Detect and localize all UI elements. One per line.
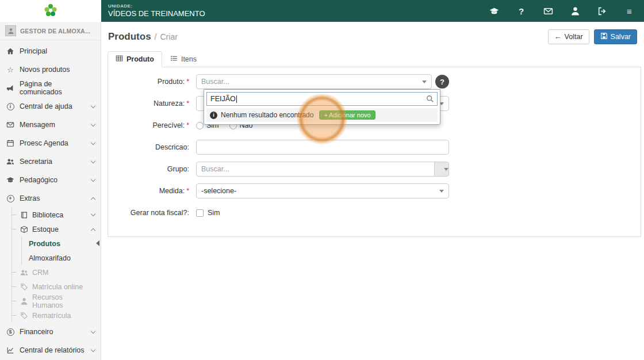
training-videos-icon[interactable] [489,6,500,17]
sidebar-item-biblioteca[interactable]: Biblioteca [12,208,101,222]
messages-icon[interactable] [543,6,554,17]
sidebar-item-label: Principal [20,47,47,55]
add-new-label: Adicionar novo [329,112,371,118]
menu-icon[interactable]: ≡ [624,6,635,17]
breadcrumb-separator: / [155,32,157,41]
nota-fiscal-label: Gerar nota fiscal?: [108,209,196,217]
sidebar-item-label: Extras [20,194,40,202]
save-button-label: Salvar [611,33,631,41]
descricao-input[interactable] [196,140,449,155]
sidebar: GESTOR DE ALMOXA... Principal ☆ Novos pr… [0,22,101,360]
sidebar-item-label: Matrícula online [32,283,83,291]
sidebar-item-extras[interactable]: + Extras [0,189,101,208]
tree-tick [12,229,16,229]
sidebar-item-proesc-agenda[interactable]: Proesc Agenda [0,134,101,152]
chevron-up-icon [91,197,95,202]
chevron-down-icon [91,328,95,333]
descricao-row: Descricao: [108,140,641,155]
grupo-dropdown-button[interactable] [434,162,449,177]
sidebar-item-secretaria[interactable]: Secretaria [0,152,101,171]
dollar-icon: $ [6,328,15,336]
sidebar-item-central-ajuda[interactable]: i Central de ajuda [0,97,101,116]
produto-placeholder: Buscar... [201,78,229,86]
text-cursor [236,95,237,103]
descricao-label: Descricao: [108,143,196,151]
grupo-select[interactable]: Buscar... [196,162,435,177]
tab-itens[interactable]: Itens [162,51,205,67]
sidebar-item-almoxarifado[interactable]: Almoxarifado [22,251,101,265]
table-icon [116,55,123,64]
medida-select[interactable]: -selecione- [196,183,449,198]
back-button[interactable]: ← Voltar [548,29,589,44]
sidebar-item-label: Página de comunicados [20,80,95,96]
save-button[interactable]: Salvar [594,29,637,44]
sidebar-item-pedagogico[interactable]: Pedagógico [0,171,101,189]
unit-name: VÍDEOS DE TREINAMENTO [108,9,205,18]
sidebar-item-crm[interactable]: CRM [12,265,101,279]
medida-field: -selecione- [196,183,449,198]
sidebar-user[interactable]: GESTOR DE ALMOXA... [0,22,101,40]
unit-block: UNIDADE: VÍDEOS DE TREINAMENTO [108,3,205,18]
sidebar-item-central-relatorios[interactable]: Central de relatórios [0,341,101,359]
tab-label: Itens [181,55,197,63]
required-mark: * [186,99,189,108]
chart-icon [6,346,15,354]
app-logo[interactable] [0,0,101,22]
sidebar-item-recursos-humanos[interactable]: Recursos Humanos [12,294,101,308]
sidebar-item-label: Proesc Agenda [20,139,68,147]
sidebar-item-financeiro[interactable]: $ Financeiro [0,323,101,341]
graduation-cap-icon [6,176,15,184]
info-icon: i [6,103,15,110]
search-icon [426,95,434,105]
sidebar-item-produtos[interactable]: Produtos [22,236,101,251]
sidebar-item-label: Almoxarifado [29,254,71,262]
produto-select[interactable]: Buscar... [196,74,432,89]
chevron-down-icon [91,212,95,216]
plus-icon: + [324,112,327,118]
sidebar-item-novos-produtos[interactable]: ☆ Novos produtos [0,60,101,79]
sidebar-item-matricula-online[interactable]: Matrícula online [12,279,101,294]
required-mark: * [186,121,189,129]
sidebar-item-label: Pedagógico [20,176,57,184]
nota-fiscal-checkbox[interactable] [196,209,204,217]
sidebar-item-rematricula[interactable]: Rematrícula [12,308,101,323]
topbar: UNIDADE: VÍDEOS DE TREINAMENTO ? ≡ [0,0,644,22]
chevron-down-icon [91,103,95,108]
account-icon[interactable] [570,6,581,17]
book-icon [20,211,29,219]
caret-down-icon [422,81,427,83]
sidebar-item-comunicados[interactable]: Página de comunicados [0,79,101,97]
tag-icon [20,283,29,291]
sidebar-item-label: Secretaria [20,158,52,166]
tree-tick [12,215,16,215]
tree-tick [12,301,16,301]
produto-label: Produto:* [108,78,196,86]
perecivel-sim-radio[interactable] [196,122,204,129]
tree-tick [12,286,16,287]
nota-fiscal-row: Gerar nota fiscal?: Sim [108,205,641,220]
perecivel-label: Perecível:* [108,121,196,129]
sidebar-item-label: Central de relatórios [20,346,85,354]
sidebar-item-mensagem[interactable]: Mensagem [0,116,101,134]
produto-search-value: FEIJÃO [210,95,236,103]
produto-no-results-row: i Nenhum resultado encontrado + Adiciona… [206,108,438,122]
plus-circle-icon: + [6,195,15,202]
arrow-left-icon: ← [554,33,562,41]
tab-bar: Produto Itens [108,51,641,67]
sidebar-user-label: GESTOR DE ALMOXA... [20,28,90,35]
required-mark: * [186,187,189,195]
mail-icon [6,121,15,129]
caret-down-icon [439,190,444,193]
person-icon [20,297,29,305]
produto-help-button[interactable]: ? [435,75,449,89]
help-icon[interactable]: ? [516,6,527,17]
sidebar-item-principal[interactable]: Principal [0,42,101,60]
no-results-text: Nenhum resultado encontrado [221,111,313,119]
produto-dropdown: FEIJÃO i Nenhum resultado encontrado + A… [204,89,440,125]
logout-icon[interactable] [597,6,608,17]
add-new-button[interactable]: + Adicionar novo [319,110,375,120]
info-icon: i [210,112,217,119]
tab-produto[interactable]: Produto [108,51,162,67]
produto-search-input[interactable]: FEIJÃO [206,92,438,106]
sidebar-item-estoque[interactable]: Estoque [12,222,101,236]
